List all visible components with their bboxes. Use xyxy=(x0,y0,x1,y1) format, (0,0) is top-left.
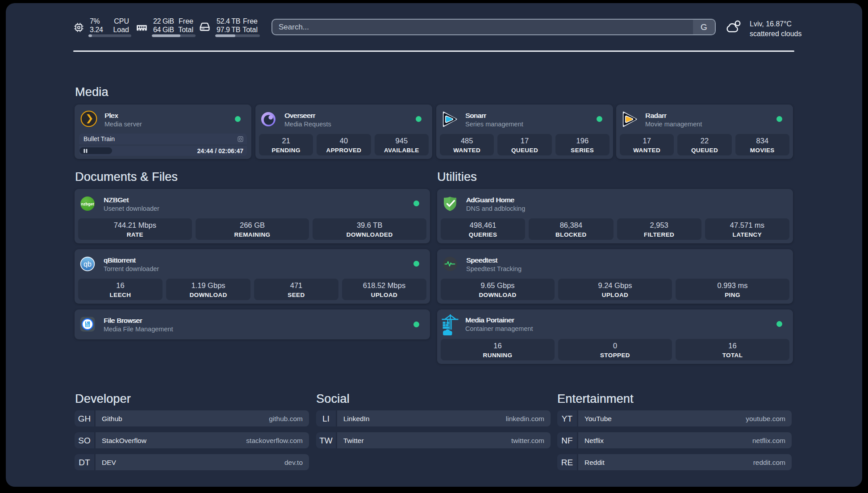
svg-text:nzbget: nzbget xyxy=(81,202,94,206)
svg-text:qb: qb xyxy=(83,260,92,268)
